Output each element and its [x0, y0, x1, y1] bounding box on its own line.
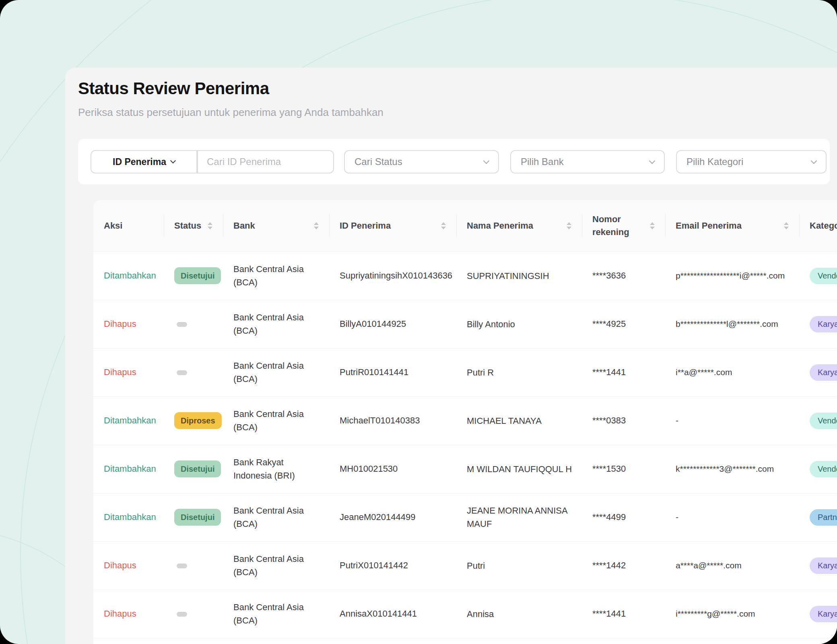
- column-header-inner: Nomor rekening: [592, 213, 665, 239]
- sort-desc-triangle: [650, 227, 655, 229]
- action-link[interactable]: Ditambahkan: [104, 270, 156, 281]
- cell-action: Dihapus: [93, 590, 164, 638]
- cell-recipient-email: p******************i@*****.com: [665, 252, 799, 300]
- sort-asc-triangle: [784, 222, 789, 225]
- cell-bank: Bank Central Asia (BCA): [223, 493, 329, 541]
- cell-category: Karyawan: [799, 541, 837, 590]
- column-header-id-penerima[interactable]: ID Penerima: [329, 200, 456, 252]
- column-header-email-penerima[interactable]: Email Penerima: [665, 200, 799, 252]
- chevron-down-icon: [811, 157, 817, 164]
- column-header-bank[interactable]: Bank: [223, 200, 329, 252]
- recipient-name: M WILDAN TAUFIQQUL H: [467, 462, 572, 476]
- cell-recipient-name: MICHAEL TANAYA: [456, 396, 582, 445]
- search-field-selector[interactable]: ID Penerima: [91, 150, 197, 173]
- sort-desc-triangle: [208, 227, 212, 229]
- column-label: Kategori: [810, 219, 837, 232]
- cell-recipient-email: i*********g@*****.com: [665, 590, 799, 638]
- column-header-inner: ID Penerima: [340, 219, 456, 232]
- recipients-table: AksiStatusBankID PenerimaNama PenerimaNo…: [93, 200, 837, 638]
- action-link[interactable]: Dihapus: [104, 560, 136, 570]
- cell-recipient-id: MH010021530: [329, 445, 456, 493]
- cell-recipient-name: Billy Antonio: [456, 300, 582, 348]
- cell-recipient-email: b**************l@*******.com: [665, 300, 799, 348]
- status-empty-indicator: [177, 322, 187, 327]
- bank-name: Bank Rakyat Indonesia (BRI): [233, 456, 315, 482]
- cell-bank: Bank Central Asia (BCA): [223, 348, 329, 396]
- cell-category: Karyawan: [799, 348, 837, 396]
- cell-recipient-id: PutriR010141441: [329, 348, 456, 396]
- table-row: DihapusBank Central Asia (BCA)PutriR0101…: [93, 348, 837, 396]
- column-header-nomor-rekening[interactable]: Nomor rekening: [582, 200, 665, 252]
- sort-asc-triangle: [441, 222, 446, 225]
- column-label: Nama Penerima: [467, 219, 533, 232]
- sort-icon[interactable]: [314, 222, 319, 229]
- sort-icon[interactable]: [567, 222, 571, 229]
- sort-icon[interactable]: [784, 222, 789, 229]
- category-pill: Karyawan: [810, 557, 837, 574]
- cell-recipient-email: i**a@*****.com: [665, 348, 799, 396]
- cell-action: Ditambahkan: [93, 252, 164, 300]
- table-row: DitambahkanDisetujuiBank Central Asia (B…: [93, 493, 837, 541]
- chevron-down-icon: [649, 157, 656, 164]
- action-link[interactable]: Ditambahkan: [104, 415, 156, 425]
- cell-bank: Bank Central Asia (BCA): [223, 590, 329, 638]
- search-input[interactable]: [197, 150, 334, 173]
- sort-asc-triangle: [314, 222, 319, 225]
- recipient-name: Putri: [467, 559, 485, 572]
- cell-bank: Bank Central Asia (BCA): [223, 396, 329, 445]
- filter-bar: ID Penerima Cari Status Pilih Bank Pilih…: [78, 139, 830, 184]
- category-pill: Vendor: [810, 268, 837, 284]
- cell-action: Dihapus: [93, 541, 164, 590]
- bank-name: Bank Central Asia (BCA): [233, 359, 315, 386]
- cell-category: Vendor: [799, 252, 837, 300]
- sort-icon[interactable]: [208, 222, 212, 229]
- cell-recipient-email: a****a@*****.com: [665, 541, 799, 590]
- cell-recipient-name: JEANE MORINA ANNISA MAUF: [456, 493, 582, 541]
- cell-recipient-email: -: [665, 493, 799, 541]
- cell-recipient-id: PutriX010141442: [329, 541, 456, 590]
- search-control: ID Penerima: [91, 150, 334, 173]
- recipient-name: Billy Antonio: [467, 318, 515, 331]
- column-header-inner: Bank: [233, 219, 329, 232]
- category-select[interactable]: Pilih Kategori: [676, 150, 827, 173]
- bank-name: Bank Central Asia (BCA): [233, 552, 315, 579]
- cell-status: [164, 590, 223, 638]
- sort-asc-triangle: [650, 222, 655, 225]
- cell-recipient-id: JeaneM020144499: [329, 493, 456, 541]
- action-link[interactable]: Ditambahkan: [104, 464, 156, 474]
- column-header-aksi: Aksi: [93, 200, 164, 252]
- column-header-nama-penerima[interactable]: Nama Penerima: [456, 200, 582, 252]
- cell-status: [164, 348, 223, 396]
- status-select[interactable]: Cari Status: [344, 150, 499, 173]
- cell-recipient-email: -: [665, 396, 799, 445]
- cell-recipient-name: SUPRIYATININGSIH: [456, 252, 582, 300]
- action-link[interactable]: Dihapus: [104, 609, 136, 619]
- bank-name: Bank Central Asia (BCA): [233, 601, 315, 627]
- cell-account-number: ****4499: [582, 493, 665, 541]
- cell-status: Disetujui: [164, 445, 223, 493]
- column-header-inner: Nama Penerima: [467, 219, 582, 232]
- sort-icon[interactable]: [441, 222, 446, 229]
- cell-bank: Bank Central Asia (BCA): [223, 541, 329, 590]
- cell-status: Diproses: [164, 396, 223, 445]
- action-link[interactable]: Dihapus: [104, 319, 136, 329]
- status-badge: Diproses: [174, 412, 222, 429]
- table-row: DihapusBank Central Asia (BCA)PutriX0101…: [93, 541, 837, 590]
- category-pill: Karyawan: [810, 316, 837, 332]
- sort-icon[interactable]: [650, 222, 655, 229]
- cell-status: Disetujui: [164, 252, 223, 300]
- cell-category: Vendor: [799, 396, 837, 445]
- cell-recipient-id: SupriyatiningsihX010143636: [329, 252, 456, 300]
- cell-bank: Bank Rakyat Indonesia (BRI): [223, 445, 329, 493]
- bank-select[interactable]: Pilih Bank: [510, 150, 665, 173]
- column-header-inner: Aksi: [104, 219, 164, 232]
- bank-name: Bank Central Asia (BCA): [233, 504, 315, 530]
- recipient-name: Annisa: [467, 607, 494, 621]
- sort-asc-triangle: [567, 222, 571, 225]
- sort-asc-triangle: [208, 222, 212, 225]
- action-link[interactable]: Ditambahkan: [104, 512, 156, 522]
- status-badge: Disetujui: [174, 460, 221, 477]
- column-header-status[interactable]: Status: [164, 200, 223, 252]
- action-link[interactable]: Dihapus: [104, 367, 136, 377]
- chevron-down-icon: [483, 157, 490, 164]
